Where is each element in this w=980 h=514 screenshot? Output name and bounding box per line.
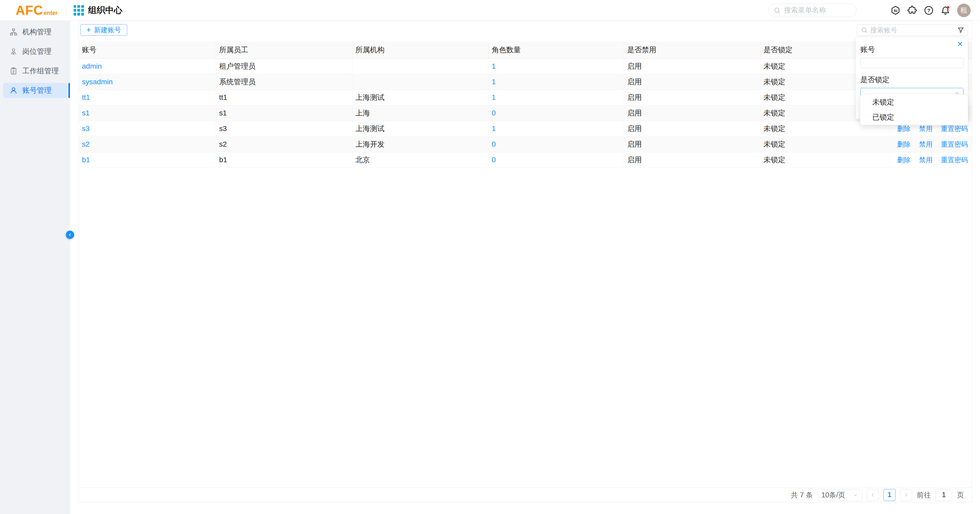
help-icon[interactable]: ?	[924, 5, 934, 15]
menu-search[interactable]	[768, 4, 856, 17]
chevron-left-icon	[67, 232, 73, 237]
plus-icon: +	[86, 26, 91, 34]
disable-button[interactable]: 禁用	[915, 124, 937, 133]
employee-cell: s1	[216, 105, 352, 121]
svg-text:?: ?	[927, 8, 930, 13]
reset-password-button[interactable]: 重置密码	[937, 140, 972, 149]
clipboard-icon	[10, 67, 18, 75]
user-icon	[10, 86, 18, 95]
delete-button[interactable]: 删除	[893, 124, 915, 133]
account-link[interactable]: s1	[82, 109, 90, 117]
option-unlocked[interactable]: 未锁定	[861, 95, 968, 110]
main-content: + 新建账号 账号 所属员工 所属机构 角色数量 是否禁用 是否锁定 admin…	[78, 21, 972, 502]
plugin-icon[interactable]	[907, 5, 917, 15]
account-link[interactable]: tt1	[82, 94, 90, 102]
filter-account-label: 账号	[861, 45, 963, 55]
close-icon[interactable]: ✕	[957, 41, 963, 48]
col-header-employee: 所属员工	[216, 41, 352, 59]
table-row: s3 s3 上海测试 1 启用 未锁定 删除 禁用 重置密码	[79, 121, 972, 136]
account-link[interactable]: sysadmin	[82, 78, 113, 86]
app-logo[interactable]: AFC enter	[16, 3, 58, 18]
disabled-status: 启用	[624, 59, 760, 74]
option-locked[interactable]: 已锁定	[861, 110, 968, 125]
disabled-status: 启用	[624, 74, 760, 90]
apps-grid-icon	[73, 5, 84, 16]
org-cell: 上海开发	[352, 136, 488, 152]
page-unit-label: 页	[957, 490, 964, 500]
svg-text:AI: AI	[894, 8, 897, 13]
total-count: 共 7 条	[791, 490, 813, 500]
col-header-disabled: 是否禁用	[624, 41, 760, 59]
disable-button[interactable]: 禁用	[915, 140, 937, 149]
prev-page-button[interactable]	[867, 489, 879, 501]
delete-button[interactable]: 删除	[893, 140, 915, 149]
account-link[interactable]: s2	[82, 140, 90, 148]
sidebar-collapse-toggle[interactable]	[66, 231, 74, 239]
sidebar-item-label: 账号管理	[22, 86, 51, 95]
disable-button[interactable]: 禁用	[915, 155, 937, 165]
org-cell	[352, 74, 488, 90]
filter-funnel-icon[interactable]	[958, 27, 964, 33]
lock-status-dropdown: 未锁定 已锁定	[860, 94, 968, 125]
sidebar-item-account-management[interactable]: 账号管理	[3, 83, 67, 98]
sidebar-item-position-management[interactable]: 岗位管理	[3, 44, 67, 59]
page-number-1[interactable]: 1	[883, 489, 896, 501]
sitemap-icon	[10, 28, 18, 36]
roles-count-link[interactable]: 0	[492, 156, 496, 164]
new-account-button[interactable]: + 新建账号	[80, 24, 127, 36]
sidebar-item-org-management[interactable]: 机构管理	[3, 24, 67, 40]
account-search-input[interactable]	[870, 26, 958, 34]
org-cell: 北京	[352, 152, 488, 168]
filter-account-input[interactable]	[861, 58, 963, 68]
next-page-button[interactable]	[900, 489, 912, 501]
sidebar-item-label: 机构管理	[22, 27, 51, 37]
row-actions: 删除 禁用 重置密码	[893, 140, 972, 149]
notification-bell-icon[interactable]	[940, 5, 950, 15]
accounts-table: 账号 所属员工 所属机构 角色数量 是否禁用 是否锁定 admin 租户管理员 …	[79, 41, 972, 168]
employee-cell: 租户管理员	[216, 59, 352, 74]
active-item-indicator	[68, 83, 70, 98]
table-row: s2 s2 上海开发 0 启用 未锁定 删除 禁用 重置密码	[79, 136, 972, 152]
org-cell	[352, 59, 488, 74]
roles-count-link[interactable]: 0	[492, 140, 496, 148]
search-icon	[861, 27, 868, 33]
account-link[interactable]: s3	[82, 125, 90, 133]
org-cell: 上海测试	[352, 121, 488, 136]
badge-icon	[10, 47, 18, 56]
goto-page-input[interactable]	[935, 489, 952, 501]
page-size-select[interactable]: 10条/页	[818, 489, 862, 501]
disabled-status: 启用	[624, 136, 760, 152]
employee-cell: 系统管理员	[216, 74, 352, 90]
row-actions: 删除 禁用 重置密码	[893, 155, 972, 165]
roles-count-link[interactable]: 1	[492, 94, 496, 102]
logo-subtext: enter	[44, 10, 58, 16]
roles-count-link[interactable]: 1	[492, 78, 496, 86]
account-search	[857, 24, 968, 36]
notification-dot	[947, 6, 950, 9]
col-header-account: 账号	[79, 41, 216, 59]
employee-cell: s3	[216, 121, 352, 136]
disabled-status: 启用	[624, 121, 760, 136]
roles-count-link[interactable]: 0	[492, 109, 496, 117]
sidebar-item-workgroup-management[interactable]: 工作组管理	[3, 63, 67, 79]
sidebar-item-label: 工作组管理	[22, 66, 59, 76]
account-link[interactable]: b1	[82, 156, 90, 164]
org-cell: 上海测试	[352, 90, 488, 105]
disabled-status: 启用	[624, 90, 760, 105]
table-row: b1 b1 北京 0 启用 未锁定 删除 禁用 重置密码	[79, 152, 972, 168]
reset-password-button[interactable]: 重置密码	[937, 155, 972, 165]
disabled-status: 启用	[624, 105, 760, 121]
delete-button[interactable]: 删除	[893, 155, 915, 165]
roles-count-link[interactable]: 1	[492, 62, 496, 70]
roles-count-link[interactable]: 1	[492, 125, 496, 133]
ai-assistant-icon[interactable]: AI	[891, 5, 900, 15]
table-row: s1 s1 上海 0 启用 未锁定 删除 禁用 重置密码	[79, 105, 972, 121]
reset-password-button[interactable]: 重置密码	[937, 124, 972, 133]
disabled-status: 启用	[624, 152, 760, 168]
account-link[interactable]: admin	[82, 62, 102, 70]
topbar-right: AI ? 租	[768, 4, 980, 17]
sidebar-item-label: 岗位管理	[22, 46, 51, 56]
menu-search-input[interactable]	[784, 6, 851, 14]
employee-cell: b1	[216, 152, 352, 168]
avatar[interactable]: 租	[957, 4, 970, 17]
